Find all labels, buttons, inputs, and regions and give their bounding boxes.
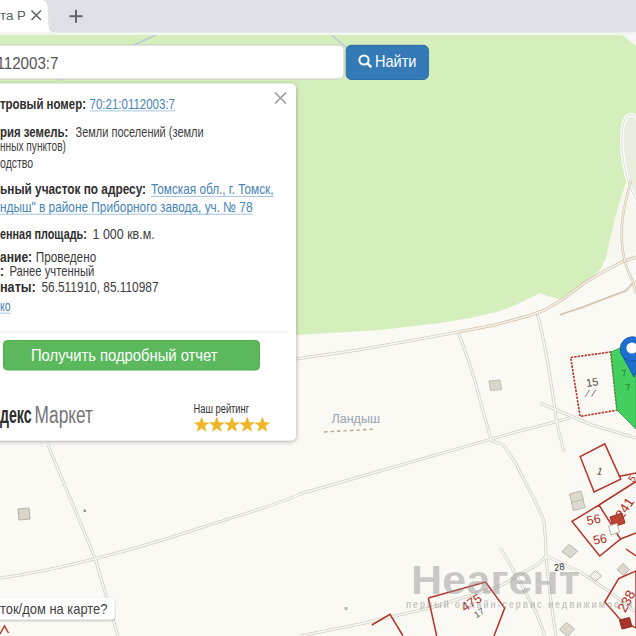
svg-text:ток/дом на карте?: ток/дом на карте? [0,600,108,617]
svg-text:Ранее учтенный: Ранее учтенный [9,263,94,279]
svg-text:Неагент: Неагент [411,558,580,602]
svg-text:1 000 кв.м.: 1 000 кв.м. [93,226,155,242]
svg-text:Маркет: Маркет [35,402,94,428]
svg-text:ьный участок по адресу:: ьный участок по адресу: [0,181,146,197]
svg-text:56.511910, 85.110987: 56.511910, 85.110987 [42,279,159,295]
svg-text:одство: одство [0,155,33,171]
svg-text:тровый номер:: тровый номер: [0,96,86,112]
svg-text::: : [0,263,4,279]
svg-text:наты:: наты: [0,279,36,295]
svg-text:Наш рейтинг: Наш рейтинг [194,402,250,416]
svg-text:70:21:0112003:7: 70:21:0112003:7 [90,96,176,112]
svg-text:Томская обл., г. Томск,: Томская обл., г. Томск, [151,181,274,197]
svg-text:ндыш" в районе Приборного заво: ндыш" в районе Приборного завода, уч. № … [0,199,253,215]
svg-text:ота Р: ота Р [0,9,26,23]
svg-text:70:21:0112003:7: 70:21:0112003:7 [0,54,59,73]
svg-text:первый онлайн-сервис недвижимо: первый онлайн-сервис недвижимости [406,599,634,610]
svg-text:нных пунктов): нных пунктов) [0,138,66,154]
svg-text:енная площадь:: енная площадь: [0,226,87,242]
svg-text:Найти: Найти [375,52,417,71]
svg-text:Земли поселений (земли: Земли поселений (земли [76,124,204,140]
svg-text:15: 15 [585,375,599,389]
svg-text:56: 56 [592,531,608,547]
svg-text:Получить подробный отчет: Получить подробный отчет [31,347,218,364]
svg-text:декс: декс [0,402,32,428]
svg-text:Ландыш: Ландыш [332,412,381,426]
svg-text:ко: ко [0,298,11,314]
svg-text:56: 56 [585,512,601,528]
